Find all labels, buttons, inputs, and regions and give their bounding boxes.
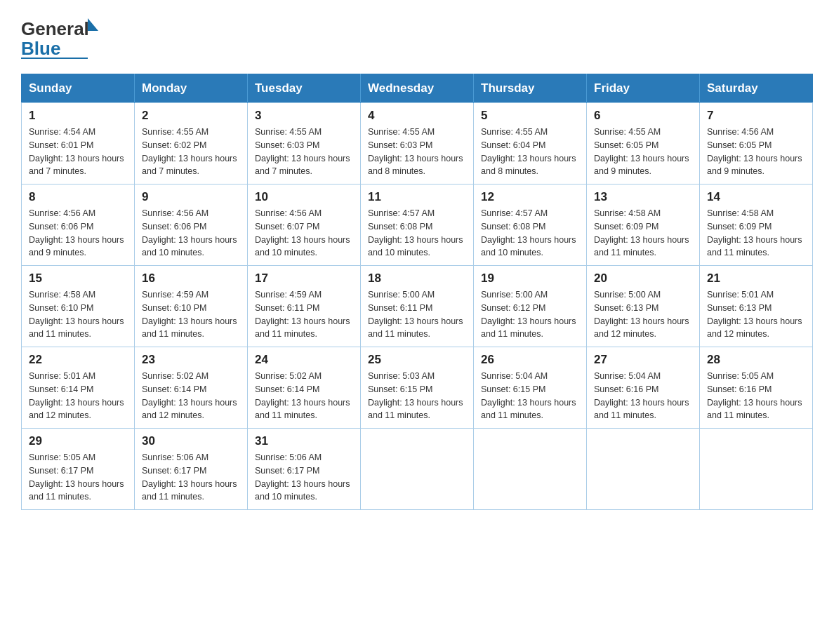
calendar-cell: 23Sunrise: 5:02 AMSunset: 6:14 PMDayligh… <box>135 347 248 429</box>
day-number: 10 <box>255 190 353 204</box>
day-info: Sunrise: 5:03 AMSunset: 6:15 PMDaylight:… <box>368 370 466 422</box>
day-info: Sunrise: 5:00 AMSunset: 6:11 PMDaylight:… <box>368 288 466 341</box>
calendar-cell: 30Sunrise: 5:06 AMSunset: 6:17 PMDayligh… <box>135 429 248 510</box>
calendar-cell: 27Sunrise: 5:04 AMSunset: 6:16 PMDayligh… <box>587 347 700 429</box>
calendar-cell: 29Sunrise: 5:05 AMSunset: 6:17 PMDayligh… <box>22 429 135 510</box>
day-number: 3 <box>255 109 353 123</box>
calendar-cell: 19Sunrise: 5:00 AMSunset: 6:12 PMDayligh… <box>474 266 587 347</box>
day-info: Sunrise: 5:00 AMSunset: 6:12 PMDaylight:… <box>481 288 579 341</box>
col-header-thursday: Thursday <box>474 74 587 103</box>
calendar-cell: 16Sunrise: 4:59 AMSunset: 6:10 PMDayligh… <box>135 266 248 347</box>
calendar-cell: 1Sunrise: 4:54 AMSunset: 6:01 PMDaylight… <box>22 103 135 185</box>
day-number: 24 <box>255 353 353 367</box>
svg-text:General: General <box>21 18 89 39</box>
calendar-week-row: 15Sunrise: 4:58 AMSunset: 6:10 PMDayligh… <box>22 266 813 347</box>
day-info: Sunrise: 5:06 AMSunset: 6:17 PMDaylight:… <box>142 451 240 504</box>
day-number: 23 <box>142 353 240 367</box>
day-number: 18 <box>368 271 466 286</box>
day-info: Sunrise: 5:06 AMSunset: 6:17 PMDaylight:… <box>255 451 353 504</box>
day-number: 22 <box>29 353 127 367</box>
calendar-cell: 17Sunrise: 4:59 AMSunset: 6:11 PMDayligh… <box>248 266 361 347</box>
calendar-week-row: 29Sunrise: 5:05 AMSunset: 6:17 PMDayligh… <box>22 429 813 510</box>
day-info: Sunrise: 4:57 AMSunset: 6:08 PMDaylight:… <box>368 207 466 260</box>
day-info: Sunrise: 4:54 AMSunset: 6:01 PMDaylight:… <box>29 126 127 178</box>
calendar-cell: 22Sunrise: 5:01 AMSunset: 6:14 PMDayligh… <box>22 347 135 429</box>
day-info: Sunrise: 4:55 AMSunset: 6:03 PMDaylight:… <box>368 126 466 178</box>
calendar-cell: 3Sunrise: 4:55 AMSunset: 6:03 PMDaylight… <box>248 103 361 185</box>
calendar-cell: 11Sunrise: 4:57 AMSunset: 6:08 PMDayligh… <box>361 185 474 266</box>
day-info: Sunrise: 4:58 AMSunset: 6:10 PMDaylight:… <box>29 288 127 341</box>
day-number: 29 <box>29 434 127 448</box>
day-info: Sunrise: 5:01 AMSunset: 6:14 PMDaylight:… <box>29 370 127 422</box>
calendar-cell: 28Sunrise: 5:05 AMSunset: 6:16 PMDayligh… <box>700 347 813 429</box>
calendar-cell: 13Sunrise: 4:58 AMSunset: 6:09 PMDayligh… <box>587 185 700 266</box>
calendar-cell: 24Sunrise: 5:02 AMSunset: 6:14 PMDayligh… <box>248 347 361 429</box>
calendar-cell: 2Sunrise: 4:55 AMSunset: 6:02 PMDaylight… <box>135 103 248 185</box>
day-number: 1 <box>29 109 127 123</box>
col-header-monday: Monday <box>135 74 248 103</box>
day-number: 25 <box>368 353 466 367</box>
col-header-wednesday: Wednesday <box>361 74 474 103</box>
day-number: 14 <box>707 190 805 204</box>
logo: General Blue <box>21 14 98 60</box>
calendar-header-row: SundayMondayTuesdayWednesdayThursdayFrid… <box>22 74 813 103</box>
calendar-cell: 15Sunrise: 4:58 AMSunset: 6:10 PMDayligh… <box>22 266 135 347</box>
calendar-cell: 31Sunrise: 5:06 AMSunset: 6:17 PMDayligh… <box>248 429 361 510</box>
day-number: 31 <box>255 434 353 448</box>
day-number: 20 <box>594 271 692 286</box>
day-number: 30 <box>142 434 240 448</box>
calendar-cell: 8Sunrise: 4:56 AMSunset: 6:06 PMDaylight… <box>22 185 135 266</box>
calendar-cell: 5Sunrise: 4:55 AMSunset: 6:04 PMDaylight… <box>474 103 587 185</box>
svg-text:Blue: Blue <box>21 38 60 59</box>
calendar-cell: 21Sunrise: 5:01 AMSunset: 6:13 PMDayligh… <box>700 266 813 347</box>
day-number: 6 <box>594 109 692 123</box>
day-number: 8 <box>29 190 127 204</box>
calendar-cell: 4Sunrise: 4:55 AMSunset: 6:03 PMDaylight… <box>361 103 474 185</box>
calendar-cell: 10Sunrise: 4:56 AMSunset: 6:07 PMDayligh… <box>248 185 361 266</box>
calendar-cell: 9Sunrise: 4:56 AMSunset: 6:06 PMDaylight… <box>135 185 248 266</box>
day-info: Sunrise: 4:56 AMSunset: 6:07 PMDaylight:… <box>255 207 353 260</box>
day-info: Sunrise: 4:56 AMSunset: 6:06 PMDaylight:… <box>29 207 127 260</box>
day-number: 7 <box>707 109 805 123</box>
day-info: Sunrise: 5:05 AMSunset: 6:16 PMDaylight:… <box>707 370 805 422</box>
col-header-friday: Friday <box>587 74 700 103</box>
day-info: Sunrise: 5:04 AMSunset: 6:16 PMDaylight:… <box>594 370 692 422</box>
calendar-cell: 12Sunrise: 4:57 AMSunset: 6:08 PMDayligh… <box>474 185 587 266</box>
day-number: 13 <box>594 190 692 204</box>
svg-marker-1 <box>88 18 98 31</box>
day-number: 15 <box>29 271 127 286</box>
day-number: 17 <box>255 271 353 286</box>
calendar-week-row: 1Sunrise: 4:54 AMSunset: 6:01 PMDaylight… <box>22 103 813 185</box>
calendar-cell: 14Sunrise: 4:58 AMSunset: 6:09 PMDayligh… <box>700 185 813 266</box>
calendar-table: SundayMondayTuesdayWednesdayThursdayFrid… <box>21 74 813 510</box>
day-info: Sunrise: 4:56 AMSunset: 6:06 PMDaylight:… <box>142 207 240 260</box>
day-number: 5 <box>481 109 579 123</box>
calendar-cell <box>361 429 474 510</box>
day-info: Sunrise: 4:55 AMSunset: 6:03 PMDaylight:… <box>255 126 353 178</box>
day-info: Sunrise: 5:02 AMSunset: 6:14 PMDaylight:… <box>142 370 240 422</box>
day-info: Sunrise: 5:04 AMSunset: 6:15 PMDaylight:… <box>481 370 579 422</box>
day-info: Sunrise: 4:58 AMSunset: 6:09 PMDaylight:… <box>707 207 805 260</box>
logo-svg: General Blue <box>21 14 98 60</box>
calendar-week-row: 22Sunrise: 5:01 AMSunset: 6:14 PMDayligh… <box>22 347 813 429</box>
day-number: 4 <box>368 109 466 123</box>
day-number: 16 <box>142 271 240 286</box>
day-number: 9 <box>142 190 240 204</box>
day-info: Sunrise: 5:00 AMSunset: 6:13 PMDaylight:… <box>594 288 692 341</box>
day-info: Sunrise: 4:58 AMSunset: 6:09 PMDaylight:… <box>594 207 692 260</box>
col-header-sunday: Sunday <box>22 74 135 103</box>
day-number: 26 <box>481 353 579 367</box>
calendar-cell: 7Sunrise: 4:56 AMSunset: 6:05 PMDaylight… <box>700 103 813 185</box>
day-info: Sunrise: 4:55 AMSunset: 6:04 PMDaylight:… <box>481 126 579 178</box>
day-number: 21 <box>707 271 805 286</box>
day-number: 2 <box>142 109 240 123</box>
day-number: 12 <box>481 190 579 204</box>
day-number: 27 <box>594 353 692 367</box>
day-info: Sunrise: 4:55 AMSunset: 6:05 PMDaylight:… <box>594 126 692 178</box>
calendar-cell: 6Sunrise: 4:55 AMSunset: 6:05 PMDaylight… <box>587 103 700 185</box>
day-info: Sunrise: 4:55 AMSunset: 6:02 PMDaylight:… <box>142 126 240 178</box>
day-number: 11 <box>368 190 466 204</box>
day-info: Sunrise: 4:59 AMSunset: 6:11 PMDaylight:… <box>255 288 353 341</box>
calendar-cell <box>700 429 813 510</box>
day-info: Sunrise: 5:05 AMSunset: 6:17 PMDaylight:… <box>29 451 127 504</box>
